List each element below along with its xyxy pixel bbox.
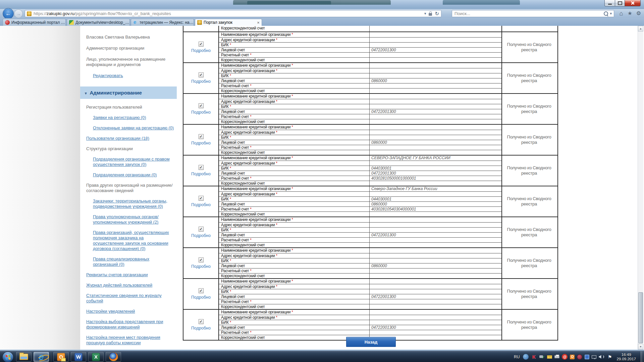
usb-device-icon[interactable]: ✓: [539, 354, 545, 360]
details-link[interactable]: Подробно: [191, 48, 211, 53]
address-dropdown-icon[interactable]: ▾: [424, 11, 426, 16]
details-link[interactable]: Подробно: [191, 295, 211, 300]
language-indicator[interactable]: RU: [514, 355, 520, 359]
mailru-agent-icon[interactable]: @: [562, 354, 568, 360]
row-checkbox[interactable]: ✓: [199, 42, 204, 47]
address-bar[interactable]: https://zakupki.gov.ru/pgz/spring/main-f…: [25, 10, 441, 17]
field-label: Наименование кредитной организации *: [219, 186, 369, 191]
row-checkbox[interactable]: ✓: [199, 319, 204, 324]
scroll-up-icon[interactable]: ▲: [638, 26, 643, 32]
details-link[interactable]: Подробно: [191, 110, 211, 115]
network-icon[interactable]: [592, 355, 596, 359]
taskbar-windows-explorer[interactable]: [16, 352, 32, 362]
taskbar-clock[interactable]: 16:49 29.09.2017: [616, 353, 636, 361]
sidebar-link[interactable]: Настройка перечня мест проведения процед…: [86, 335, 174, 346]
sidebar-link[interactable]: Права организаций, осуществляющих полном…: [93, 230, 174, 251]
back-button[interactable]: ←: [3, 8, 14, 19]
sidebar-link[interactable]: Права специализированных организаций (0): [93, 256, 174, 267]
tab-close-icon[interactable]: ×: [256, 20, 261, 25]
field-label: Расчетный счет *: [219, 268, 369, 273]
row-checkbox[interactable]: ✓: [199, 288, 204, 293]
sidebar-link[interactable]: Статистические сведения по журналу событ…: [86, 293, 174, 304]
field-value: СЕВЕРО-ЗАПАДНОЕ ГУ БАНКА РОССИИ: [369, 156, 501, 161]
printer-icon[interactable]: [554, 355, 559, 358]
details-link[interactable]: Подробно: [191, 233, 211, 238]
required-marker: *: [290, 186, 293, 191]
sidebar-link[interactable]: Отклоненные заявки на регистрацию (0): [93, 125, 174, 131]
required-marker: *: [229, 320, 231, 325]
settings-gear-icon[interactable]: ⚙: [635, 10, 643, 16]
row-checkbox[interactable]: ✓: [199, 165, 204, 170]
field-value: [369, 227, 501, 232]
section-header-administration[interactable]: ▾Администрирование: [80, 86, 177, 99]
required-marker: *: [275, 161, 277, 166]
vertical-scrollbar[interactable]: ▲ ▼: [638, 26, 643, 350]
sidebar-link[interactable]: Пользователи организации (18): [86, 136, 174, 141]
start-button[interactable]: [2, 352, 13, 362]
taskbar-firefox[interactable]: [106, 352, 121, 362]
minimize-button[interactable]: [604, 0, 615, 6]
action-center-flag-icon[interactable]: ⚑: [607, 354, 612, 360]
taskbar-outlook[interactable]: O: [53, 352, 69, 362]
restore-button[interactable]: [615, 0, 625, 6]
details-link[interactable]: Подробно: [191, 172, 211, 176]
remote-app-icon[interactable]: [585, 355, 589, 359]
details-link[interactable]: Подробно: [191, 141, 211, 145]
scroll-down-icon[interactable]: ▼: [638, 344, 643, 350]
field-label: Адрес кредитной организации *: [219, 191, 369, 196]
details-link[interactable]: Подробно: [191, 326, 211, 330]
field-value: 40302810540304000001: [369, 206, 501, 212]
field-value: 04722001300: [369, 171, 501, 176]
field-label: Наименование кредитной организации *: [219, 32, 369, 37]
sidebar-link[interactable]: Подразделения организации (0): [93, 172, 174, 178]
row-checkbox[interactable]: ✓: [199, 227, 204, 232]
close-button[interactable]: [625, 0, 641, 6]
row-checkbox[interactable]: ✓: [199, 72, 204, 77]
sidebar-link[interactable]: Реквизиты счетов организации: [86, 272, 174, 278]
update-icon[interactable]: [523, 354, 529, 360]
details-link[interactable]: Подробно: [191, 79, 211, 84]
browser-tab[interactable]: тетрациклин — Яндекс: нашл...: [131, 19, 194, 26]
mail-icon[interactable]: [547, 355, 552, 359]
row-checkbox[interactable]: ✓: [199, 103, 204, 108]
search-icon[interactable]: [604, 11, 608, 16]
security-icon[interactable]: [577, 354, 582, 360]
details-link[interactable]: Подробно: [191, 202, 211, 207]
favorites-star-icon[interactable]: ★: [626, 10, 634, 16]
field-value: [369, 258, 501, 263]
check-icon: ✓: [199, 104, 202, 108]
check-icon: ✓: [199, 227, 202, 231]
search-input[interactable]: [452, 11, 604, 16]
kaspersky-icon[interactable]: K: [531, 354, 537, 360]
details-link[interactable]: Подробно: [191, 264, 211, 269]
scrollbar-thumb[interactable]: [638, 292, 643, 343]
row-checkbox[interactable]: ✓: [199, 196, 204, 201]
sidebar-link[interactable]: Заказчики: территориальные органы, подве…: [93, 198, 174, 209]
home-icon[interactable]: ⌂: [617, 10, 625, 17]
back-page-button[interactable]: Назад: [346, 337, 396, 347]
browser-tab[interactable]: Документы#view=desktop_21...: [67, 19, 130, 26]
browser-tab[interactable]: Информационный портал С...: [3, 19, 66, 26]
edit-link[interactable]: Редактировать: [93, 73, 173, 78]
taskbar-excel[interactable]: X: [88, 352, 104, 362]
field-value: [369, 88, 501, 93]
sidebar-link[interactable]: Настройки уведомлений: [86, 309, 174, 314]
taskbar-word[interactable]: W: [71, 352, 86, 362]
browser-tab[interactable]: Портал закупок×: [195, 19, 262, 26]
refresh-icon[interactable]: ↻: [435, 11, 439, 16]
show-desktop-button[interactable]: [641, 351, 644, 362]
search-box[interactable]: ▾: [452, 10, 614, 17]
row-checkbox[interactable]: ✓: [199, 257, 204, 262]
sidebar-link[interactable]: Настройка выбора представления при форми…: [86, 319, 174, 330]
row-checkbox[interactable]: ✓: [199, 134, 204, 139]
field-value: [369, 279, 501, 284]
forward-button[interactable]: →: [14, 9, 23, 18]
sidebar-link[interactable]: Подразделения организации с правом осуще…: [93, 157, 174, 167]
sidebar-link[interactable]: Журнал действий пользователей: [86, 283, 174, 288]
taskbar-internet-explorer[interactable]: e: [34, 352, 49, 362]
outlook-tray-icon[interactable]: O: [570, 355, 575, 359]
sidebar-link[interactable]: Заявки на регистрацию (0): [93, 115, 174, 120]
search-dropdown-icon[interactable]: ▾: [610, 11, 612, 16]
sidebar-link[interactable]: Права уполномоченных органов/ уполномоче…: [93, 214, 174, 225]
volume-icon[interactable]: [599, 354, 604, 360]
